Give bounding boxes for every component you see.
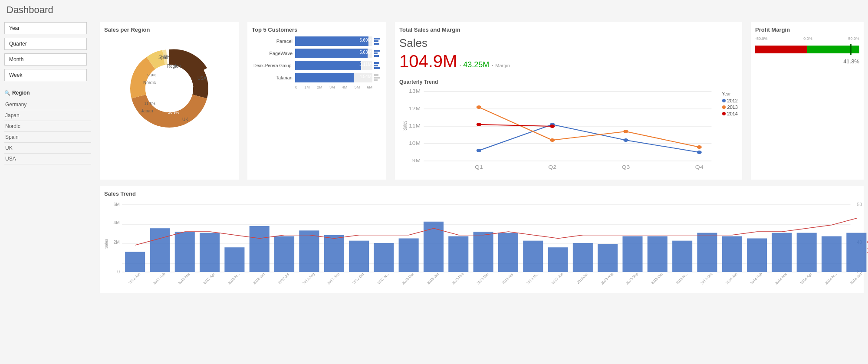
region-nordic[interactable]: Nordic <box>4 121 91 132</box>
region-section-title: 🔍 Region <box>4 90 91 96</box>
svg-text:2014-Apr: 2014-Apr <box>799 272 812 285</box>
search-icon: 🔍 <box>4 90 10 96</box>
svg-rect-53 <box>175 232 195 272</box>
svg-text:2012-N...: 2012-N... <box>377 272 390 285</box>
bar-fill-paracel <box>295 36 368 46</box>
svg-text:2012-Dec: 2012-Dec <box>401 272 415 285</box>
filter-month-button[interactable]: Month <box>4 53 87 66</box>
svg-point-31 <box>550 138 555 142</box>
svg-text:2013-Aug: 2013-Aug <box>600 272 614 285</box>
bar-row-pagewave: PageWave 5.63M <box>252 49 382 58</box>
svg-text:2013-M...: 2013-M... <box>526 272 539 285</box>
svg-text:9.9%: 9.9% <box>148 73 157 77</box>
svg-text:0: 0 <box>117 269 120 274</box>
svg-rect-51 <box>125 252 145 272</box>
svg-text:13M: 13M <box>409 89 421 94</box>
svg-text:2012-Apr: 2012-Apr <box>203 272 216 285</box>
svg-rect-66 <box>498 233 518 272</box>
region-uk[interactable]: UK <box>4 143 91 154</box>
svg-rect-59 <box>324 235 344 272</box>
svg-text:11.3%: 11.3% <box>144 102 155 106</box>
svg-text:2012-Jul: 2012-Jul <box>277 272 290 285</box>
svg-text:2014-Mar: 2014-Mar <box>775 272 788 285</box>
svg-text:Sales: Sales <box>401 121 408 131</box>
svg-rect-68 <box>548 247 568 272</box>
bar-fill-talarian <box>295 73 354 82</box>
donut-chart: USA UK Japan Nordic Spain Region 45.5% 2… <box>117 36 221 141</box>
svg-rect-77 <box>772 233 792 272</box>
profit-marker <box>850 44 852 55</box>
svg-text:UK: UK <box>182 117 188 122</box>
total-sales-panel: Total Sales and Margin Sales 104.9M · 43… <box>395 22 742 180</box>
svg-rect-76 <box>747 239 767 272</box>
svg-rect-62 <box>399 239 419 272</box>
sales-metric: Total Sales and Margin Sales 104.9M · 43… <box>399 26 510 75</box>
svg-text:2013-N...: 2013-N... <box>675 272 688 285</box>
svg-point-32 <box>623 130 628 133</box>
svg-text:10M: 10M <box>409 141 421 146</box>
svg-text:Sales: Sales <box>104 239 108 249</box>
svg-rect-60 <box>349 241 369 272</box>
bar-mini-paracel <box>374 38 382 45</box>
quarterly-legend: Year 2012 2013 2014 <box>722 87 738 175</box>
svg-text:2013-Mar: 2013-Mar <box>476 272 490 285</box>
bar-label-talarian: Talarian <box>252 75 295 80</box>
svg-text:50: 50 <box>857 202 862 207</box>
svg-text:2012-Oct: 2012-Oct <box>352 272 365 285</box>
svg-text:Q4: Q4 <box>695 165 704 170</box>
svg-text:2013-Jul: 2013-Jul <box>576 272 589 285</box>
region-japan[interactable]: Japan <box>4 110 91 121</box>
bar-outer-deakperera: 5.11M <box>295 61 372 70</box>
profit-axis: -50.0% 0.0% 50.0% <box>755 36 859 41</box>
sales-trend-title: Sales Trend <box>104 190 859 197</box>
quarterly-chart-area: 9M 10M 11M 12M 13M Q1 Q2 Q3 Q4 <box>399 87 718 175</box>
region-usa[interactable]: USA <box>4 154 91 164</box>
bar-label-pagewave: PageWave <box>252 51 295 56</box>
bar-value-deakperera: 5.11M <box>359 62 372 67</box>
quarterly-title: Quarterly Trend <box>399 79 738 85</box>
svg-text:45.5%: 45.5% <box>182 84 194 89</box>
svg-text:6M: 6M <box>114 202 120 207</box>
sales-region-panel: Sales per Region <box>100 22 239 180</box>
svg-text:2012-Aug: 2012-Aug <box>302 272 316 285</box>
filter-quarter-button[interactable]: Quarter <box>4 38 87 50</box>
svg-text:Q2: Q2 <box>548 165 556 170</box>
legend-2013: 2013 <box>722 105 738 110</box>
filter-year-button[interactable]: Year <box>4 22 87 34</box>
svg-text:4M: 4M <box>114 220 120 225</box>
filter-week-button[interactable]: Week <box>4 69 87 81</box>
svg-text:Q3: Q3 <box>622 165 630 170</box>
bar-row-paracel: Paracel 5.69M <box>252 36 382 46</box>
svg-text:Japan: Japan <box>141 108 153 113</box>
profit-margin-title: Profit Margin <box>755 26 859 33</box>
svg-rect-71 <box>622 236 642 272</box>
svg-rect-69 <box>573 243 593 272</box>
top5-title: Top 5 Customers <box>252 26 382 33</box>
svg-rect-64 <box>448 236 468 272</box>
profit-bar-red <box>755 46 807 53</box>
profit-margin-panel: Profit Margin -50.0% 0.0% 50.0% 41.3% <box>751 22 864 180</box>
bar-outer-talarian: 4.54M <box>295 73 372 82</box>
svg-rect-75 <box>722 236 742 272</box>
svg-text:2014-Jan: 2014-Jan <box>725 272 738 285</box>
bar-fill-pagewave <box>295 49 368 58</box>
bar-outer-pagewave: 5.63M <box>295 49 372 58</box>
sales-trend-chart: 0 2M 4M 6M 30 40 50 Sales Margin (%) <box>104 200 859 289</box>
quarterly-chart-section: Quarterly Trend 9M <box>399 79 738 175</box>
svg-rect-54 <box>200 233 220 272</box>
svg-text:2012-Mar: 2012-Mar <box>178 272 191 285</box>
margin-value: 43.25M <box>463 60 489 69</box>
svg-text:2M: 2M <box>114 240 120 245</box>
top5-customers-panel: Top 5 Customers Paracel 5.69M <box>247 22 386 180</box>
region-spain[interactable]: Spain <box>4 132 91 143</box>
region-list: Germany Japan Nordic Spain UK USA <box>4 99 91 164</box>
bar-label-paracel: Paracel <box>252 39 295 44</box>
svg-text:12M: 12M <box>409 106 421 111</box>
svg-text:2012-Sep: 2012-Sep <box>327 272 341 285</box>
main-content: Sales per Region <box>95 18 868 364</box>
region-germany[interactable]: Germany <box>4 99 91 110</box>
svg-point-34 <box>477 123 481 126</box>
svg-text:2012-Jun: 2012-Jun <box>252 272 266 285</box>
bar-mini-deakperera <box>374 62 382 69</box>
region-section: 🔍 Region Germany Japan Nordic Spain UK U… <box>4 90 91 164</box>
